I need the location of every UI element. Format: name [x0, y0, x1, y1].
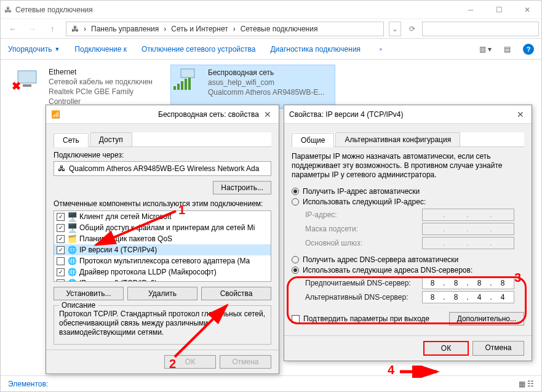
list-item: ✓🖥️Клиент для сетей Microsoft — [54, 211, 271, 222]
radio-auto-ip[interactable]: Получить IP-адрес автоматически — [292, 187, 524, 196]
help-icon[interactable]: ? — [523, 44, 534, 55]
subnet-mask-label: Маска подсети: — [305, 225, 422, 233]
dialog-title: Свойства: IP версии 4 (TCP/IPv4) — [289, 110, 514, 119]
checkbox[interactable]: ✓ — [57, 213, 65, 221]
search-input[interactable] — [422, 22, 539, 36]
tab-access[interactable]: Доступ — [90, 132, 132, 146]
chevron-right-icon: › — [161, 25, 169, 33]
list-item: ✓🌐Драйвер протокола LLDP (Майкрософт) — [54, 266, 271, 278]
subnet-mask-input: ... — [422, 223, 514, 235]
titlebar: 🖧 Сетевые подключения ─ ☐ ✕ — [1, 1, 541, 19]
close-button[interactable]: ✕ — [513, 1, 541, 19]
breadcrumb-item[interactable]: Сетевые подключения — [238, 25, 321, 33]
svg-rect-2 — [181, 69, 194, 78]
ok-button[interactable]: ОК — [164, 355, 216, 369]
configure-button[interactable]: Настроить... — [213, 181, 271, 194]
tabs: Сеть Доступ — [54, 132, 271, 147]
address-bar: ← → ↑ 🖧 › Панель управления › Сеть и Инт… — [1, 19, 541, 39]
wifi-icon — [173, 68, 203, 92]
list-item-ipv4: ✓🌐IP версии 4 (TCP/IPv4) — [54, 244, 271, 255]
tabs: Общие Альтернативная конфигурация — [292, 132, 524, 147]
checkbox[interactable]: ✓ — [57, 279, 65, 282]
breadcrumb-item[interactable]: Панель управления — [89, 25, 161, 33]
tab-general[interactable]: Общие — [292, 133, 334, 147]
close-button[interactable]: ✕ — [514, 110, 527, 119]
disable-device-button[interactable]: Отключение сетевого устройства — [141, 45, 255, 54]
maximize-button[interactable]: ☐ — [485, 1, 513, 19]
breadcrumb[interactable]: 🖧 › Панель управления › Сеть и Интернет … — [66, 22, 384, 36]
adapter-name: Беспроводная сеть — [208, 68, 324, 78]
connect-via-label: Подключение через: — [54, 151, 271, 159]
close-button[interactable]: ✕ — [261, 110, 274, 119]
radio-manual-dns[interactable]: Использовать следующие адреса DNS-сервер… — [292, 266, 524, 274]
tab-network[interactable]: Сеть — [54, 133, 89, 147]
description-text: Протокол TCP/IP. Стандартный протокол гл… — [59, 310, 266, 337]
adapter-properties-dialog: 📶 Беспроводная сеть: свойства ✕ Сеть Дос… — [46, 105, 279, 374]
description-group: Описание Протокол TCP/IP. Стандартный пр… — [54, 305, 271, 345]
wifi-icon: 📶 — [51, 110, 154, 119]
preferred-dns-input[interactable]: 8.8.8.8 — [422, 277, 514, 289]
adapter-wifi[interactable]: Беспроводная сеть asus_help_wifi_com Qua… — [170, 65, 335, 109]
qos-icon: 🗂️ — [67, 234, 77, 244]
adapter-status: Сетевой кабель не подключен — [49, 77, 158, 87]
disconnected-icon: ✖ — [12, 79, 21, 93]
dialog-footer: ОК Отмена — [46, 350, 279, 374]
list-item: ✓🌐IP версии 6 (TCP/IPv6) — [54, 278, 271, 282]
minimize-button[interactable]: ─ — [456, 1, 485, 19]
adapter-ethernet[interactable]: ✖ Ethernet Сетевой кабель не подключен R… — [12, 65, 161, 109]
radio-auto-dns[interactable]: Получить адрес DNS-сервера автоматически — [292, 255, 524, 264]
checkbox[interactable] — [57, 257, 65, 265]
checkbox[interactable]: ✓ — [57, 268, 65, 276]
validate-checkbox[interactable] — [292, 315, 300, 323]
gateway-label: Основной шлюз: — [305, 239, 422, 247]
dialog-footer: ОК Отмена — [284, 335, 532, 361]
checkbox[interactable]: ✓ — [57, 235, 65, 243]
advanced-button[interactable]: Дополнительно... — [449, 312, 524, 326]
components-list[interactable]: ✓🖥️Клиент для сетей Microsoft ✓🖥️Общий д… — [54, 210, 271, 282]
cancel-button[interactable]: Отмена — [472, 341, 524, 356]
breadcrumb-icon: 🖧 — [69, 25, 81, 33]
protocol-icon: 🌐 — [67, 245, 77, 255]
alternate-dns-input[interactable]: 8.8.4.4 — [422, 291, 514, 303]
ip-address-label: IP-адрес: — [305, 210, 422, 219]
organize-menu[interactable]: Упорядочить▼ — [8, 45, 60, 54]
list-item: 🌐Протокол мультиплексора сетевого адапте… — [54, 255, 271, 266]
radio-manual-ip[interactable]: Использовать следующий IP-адрес: — [292, 198, 524, 206]
adapter-device: Qualcomm Atheros AR9485WB-E... — [208, 87, 324, 97]
preferred-dns-label: Предпочитаемый DNS-сервер: — [305, 279, 422, 287]
remove-button[interactable]: Удалить — [127, 287, 197, 300]
status-bar: Элементов: ▦ ☷ — [1, 375, 541, 391]
view-mode-icon[interactable]: ▦ ☷ — [519, 380, 534, 388]
ok-button[interactable]: ОК — [423, 341, 469, 356]
gateway-input: ... — [422, 237, 514, 249]
list-item: ✓🖥️Общий доступ к файлам и принтерам для… — [54, 222, 271, 233]
list-item: ✓🗂️Планировщик пакетов QoS — [54, 233, 271, 244]
tab-alt-config[interactable]: Альтернативная конфигурация — [335, 132, 460, 146]
ethernet-icon: ✖ — [14, 67, 44, 92]
up-button[interactable]: ↑ — [44, 20, 61, 38]
view-icons-button[interactable]: ▥ ▾ — [479, 45, 492, 54]
nic-icon: 🖧 — [58, 164, 65, 173]
refresh-button[interactable]: ⟳ — [404, 20, 421, 38]
command-bar: Упорядочить▼ Подключение к Отключение се… — [1, 39, 541, 60]
diagnose-button[interactable]: Диагностика подключения» — [270, 45, 382, 54]
breadcrumb-item[interactable]: Сеть и Интернет — [169, 25, 230, 33]
install-button[interactable]: Установить... — [54, 287, 124, 300]
cancel-button[interactable]: Отмена — [220, 355, 271, 369]
protocol-icon: 🌐 — [67, 267, 77, 277]
checkbox[interactable]: ✓ — [57, 246, 65, 254]
chevron-right-icon: › — [231, 25, 238, 33]
back-button[interactable]: ← — [4, 20, 22, 38]
connect-to-button[interactable]: Подключение к — [74, 45, 127, 54]
forward-button[interactable]: → — [24, 20, 41, 38]
protocol-icon: 🌐 — [67, 256, 77, 266]
adapter-status: asus_help_wifi_com — [208, 78, 324, 87]
components-label: Отмеченные компоненты используются этим … — [54, 199, 271, 208]
ip-address-input: ... — [422, 209, 514, 221]
properties-button[interactable]: Свойства — [201, 287, 271, 300]
checkbox[interactable]: ✓ — [57, 224, 65, 232]
client-icon: 🖥️ — [67, 212, 77, 222]
view-details-button[interactable]: ▤ — [504, 45, 511, 54]
dropdown-button[interactable]: ⌄ — [389, 22, 401, 36]
chevron-right-icon: › — [81, 25, 89, 33]
